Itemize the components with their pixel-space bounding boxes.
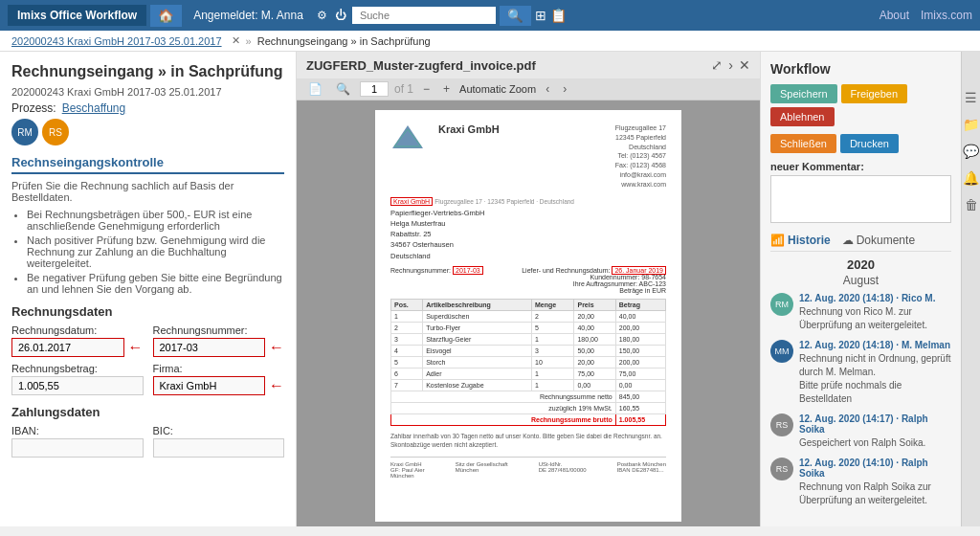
pdf-close-icon[interactable]: ✕	[739, 57, 750, 73]
workflow-buttons-2: Schließen Drucken	[770, 134, 951, 153]
pdf-rechnungsnr-value: 2017-03	[453, 266, 483, 275]
schliessen-button[interactable]: Schließen	[770, 134, 836, 153]
hist-content-2: 12. Aug. 2020 (14:18) · M. Melman Rechnu…	[799, 340, 951, 406]
search-button[interactable]: 🔍	[500, 6, 531, 26]
speichern-button[interactable]: Speichern	[770, 84, 837, 103]
pdf-nav-right-btn[interactable]: ›	[559, 81, 570, 97]
avatar-row: RM RS	[11, 119, 284, 145]
pdf-company-header: Kraxi GmbH Flugzeugallee 1712345 Papierf…	[390, 123, 666, 190]
firma-input[interactable]	[153, 376, 266, 395]
ablehnen-button[interactable]: Ablehnen	[770, 107, 835, 126]
home-button[interactable]: 🏠	[150, 5, 182, 27]
prozess-link[interactable]: Beschaffung	[62, 101, 126, 115]
pdf-bottom-info: Kraxi GmbHGF: Paul AierMünchen Sitz der …	[390, 457, 666, 479]
pdf-nav-icon[interactable]: ›	[728, 57, 733, 73]
hist-entry-2: MM 12. Aug. 2020 (14:18) · M. Melman Rec…	[770, 340, 951, 406]
table-row: 4Eisvogel350,00150,00	[391, 345, 666, 356]
pdf-page-input[interactable]	[360, 81, 389, 97]
side-icon-bell[interactable]: 🔔	[963, 170, 979, 186]
breadcrumb-close-icon[interactable]: ✕	[232, 34, 240, 47]
bic-label: BIC:	[153, 425, 285, 436]
rechnungsbetrag-input[interactable]	[11, 376, 144, 395]
firma-label: Firma:	[153, 363, 285, 374]
hist-avatar-4: RS	[770, 458, 793, 480]
grid-icon[interactable]: ⊞	[535, 8, 546, 23]
form-group-bic: BIC:	[153, 425, 285, 458]
hist-text-4: Rechnung von Ralph Soika zur Überprüfung…	[799, 480, 951, 507]
pdf-bottom-bank: Postbank MünchenIBAN DE287481...	[617, 461, 666, 479]
rechnungsnummer-input[interactable]	[153, 338, 266, 357]
table-header-pos: Pos.	[391, 299, 423, 310]
hist-meta-4: 12. Aug. 2020 (14:10) · Ralph Soika	[799, 458, 951, 479]
pdf-invoice-nr: Rechnungsnummer: 2017-03	[390, 267, 483, 294]
breadcrumb-current: Rechnungseingang » in Sachprüfung	[257, 35, 431, 47]
doc-icon[interactable]: 📋	[550, 8, 567, 23]
freigeben-button[interactable]: Freigeben	[841, 84, 908, 103]
rechnungsdatum-input[interactable]	[11, 338, 124, 357]
table-row: zuzüglich 19% MwSt.160,55	[391, 402, 666, 413]
customer-info: 202000243 Kraxi GmbH 2017-03 25.01.2017	[11, 86, 284, 98]
bullet-3: Be negativer Prüfung geben Sie bitte ein…	[27, 272, 284, 295]
pdf-minus-btn[interactable]: −	[419, 81, 434, 97]
avatar-1: RM	[11, 119, 38, 145]
middle-panel: ZUGFERD_Muster-zugferd_invoice.pdf ⤢ › ✕…	[297, 52, 760, 526]
pdf-zoom-label: Automatic Zoom	[459, 83, 536, 95]
pdf-page-total: of 1	[394, 82, 413, 96]
hist-avatar-3: RS	[770, 413, 793, 436]
table-row: 3Starzflug-Geier1180,00180,00	[391, 333, 666, 345]
table-row: Rechnungssumme netto845,00	[391, 391, 666, 402]
search-input[interactable]	[352, 7, 496, 24]
hist-meta-3: 12. Aug. 2020 (14:17) · Ralph Soika	[799, 413, 951, 435]
hist-doc-tabs: 📶 Historie ☁ Dokumente	[770, 234, 951, 252]
table-row: 7Kostenlose Zugabe10,000,00	[391, 379, 666, 391]
bic-input[interactable]	[153, 438, 285, 458]
hist-meta-2: 12. Aug. 2020 (14:18) · M. Melman	[799, 340, 951, 350]
hist-entry-4: RS 12. Aug. 2020 (14:10) · Ralph Soika R…	[770, 458, 951, 507]
pdf-company-name: Kraxi GmbH	[438, 123, 500, 135]
main-layout: Rechnungseingang » in Sachprüfung 202000…	[0, 52, 980, 526]
zahlungsdaten-title: Zahlungsdaten	[11, 405, 284, 419]
datum-arrow-icon: ←	[128, 339, 144, 356]
right-panel: Workflow Speichern Freigeben Ablehnen Sc…	[760, 52, 961, 526]
wifi-icon: 📶	[770, 234, 785, 247]
prozess-label: Prozess:	[11, 101, 56, 115]
table-header-menge: Menge	[532, 299, 574, 310]
pdf-page-icon[interactable]: 📄	[304, 81, 326, 97]
kontrolle-bullets: Bei Rechnungsbeträgen über 500,- EUR ist…	[27, 209, 284, 295]
breadcrumb: 202000243 Kraxi GmbH 2017-03 25.01.2017 …	[0, 31, 980, 52]
bullet-1: Bei Rechnungsbeträgen über 500,- EUR ist…	[27, 209, 284, 232]
iban-input[interactable]	[11, 438, 144, 458]
pdf-nav-left-btn[interactable]: ‹	[542, 81, 553, 97]
hist-meta-1: 12. Aug. 2020 (14:18) · Rico M.	[799, 293, 951, 303]
bullet-2: Nach positiver Prüfung bzw. Genehmigung …	[27, 234, 284, 269]
tab-dokumente[interactable]: ☁ Dokumente	[842, 234, 915, 247]
pdf-header: ZUGFERD_Muster-zugferd_invoice.pdf ⤢ › ✕	[297, 52, 760, 78]
website-link[interactable]: Imixs.com	[921, 9, 972, 22]
side-icon-list[interactable]: ☰	[965, 90, 977, 105]
pdf-invoice-date: Liefer- und Rechnungsdatum: 26. Januar 2…	[522, 267, 666, 294]
breadcrumb-sep: »	[246, 35, 252, 47]
pdf-expand-icon[interactable]: ⤢	[711, 57, 723, 73]
pdf-plus-btn[interactable]: +	[439, 81, 454, 97]
table-header-preis: Preis	[574, 299, 615, 310]
form-row-2: Rechnungsbetrag: Firma: ←	[11, 363, 284, 395]
gear-icon[interactable]: ⚙	[317, 9, 327, 22]
drucken-button[interactable]: Drucken	[840, 134, 899, 153]
kommentar-textarea[interactable]	[770, 175, 951, 223]
breadcrumb-item1[interactable]: 202000243 Kraxi GmbH 2017-03 25.01.2017	[11, 35, 222, 47]
about-link[interactable]: About	[880, 9, 909, 22]
process-line: Prozess: Beschaffung	[11, 101, 284, 115]
pdf-bottom-mid: Sitz der GesellschaftMünchen	[456, 461, 508, 479]
nr-arrow-icon: ←	[269, 339, 284, 356]
tab-historie[interactable]: 📶 Historie	[770, 234, 831, 247]
workflow-title: Workflow	[770, 61, 951, 77]
table-total-row: Rechnungssumme brutto1.005,55	[391, 413, 666, 425]
side-icon-chat[interactable]: 💬	[963, 144, 979, 159]
pdf-content[interactable]: Kraxi GmbH Flugzeugallee 1712345 Papierf…	[297, 100, 760, 526]
side-icon-folder[interactable]: 📁	[963, 117, 979, 132]
top-nav-right: About Imixs.com	[880, 9, 972, 22]
pdf-search-btn[interactable]: 🔍	[332, 81, 354, 97]
side-icon-trash[interactable]: 🗑	[965, 197, 978, 212]
pdf-page: Kraxi GmbH Flugzeugallee 1712345 Papierf…	[375, 110, 681, 522]
power-icon[interactable]: ⏻	[335, 9, 346, 22]
